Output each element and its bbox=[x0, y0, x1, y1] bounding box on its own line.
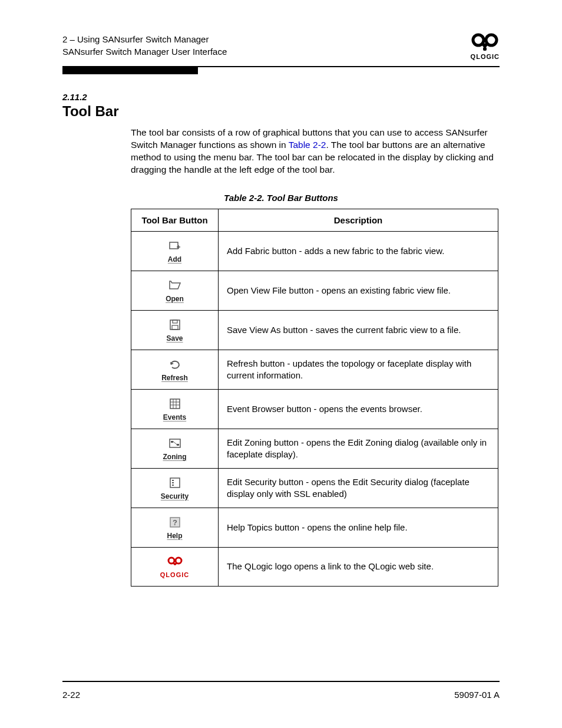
refresh-description: Refresh button - updates the topology or… bbox=[219, 350, 498, 389]
events-button-label: Events bbox=[158, 413, 191, 421]
table-caption: Table 2-2. Tool Bar Buttons bbox=[62, 193, 500, 203]
security-button-label: Security bbox=[158, 492, 191, 500]
table-row: Security Edit Security button - opens th… bbox=[131, 468, 498, 508]
add-button-label: Add bbox=[158, 255, 191, 263]
table-row: Save Save View As button - saves the cur… bbox=[131, 310, 498, 350]
security-description: Edit Security button - opens the Edit Se… bbox=[219, 468, 498, 508]
zoning-description: Edit Zoning button - opens the Edit Zoni… bbox=[219, 429, 498, 468]
table-header-button: Tool Bar Button bbox=[131, 209, 219, 231]
add-button[interactable]: Add bbox=[158, 239, 191, 263]
add-description: Add Fabric button - adds a new fabric to… bbox=[219, 231, 498, 271]
page-footer: 2-22 59097-01 A bbox=[62, 690, 500, 700]
events-description: Event Browser button - opens the events … bbox=[219, 389, 498, 429]
footer-page-number: 2-22 bbox=[62, 690, 80, 700]
open-button[interactable]: Open bbox=[158, 278, 191, 303]
table-row: Open Open View File button - opens an ex… bbox=[131, 271, 498, 310]
save-button[interactable]: Save bbox=[158, 318, 191, 342]
svg-rect-9 bbox=[171, 441, 173, 443]
qlogic-logo: QLOGIC bbox=[471, 33, 500, 60]
section-body: The tool bar consists of a row of graphi… bbox=[131, 127, 500, 176]
help-question-icon: ? bbox=[158, 515, 191, 529]
svg-rect-13 bbox=[172, 482, 174, 483]
table-header-description: Description bbox=[219, 209, 498, 231]
svg-rect-10 bbox=[177, 444, 179, 446]
zoning-icon bbox=[158, 436, 191, 450]
zoning-button-label: Zoning bbox=[158, 453, 191, 461]
refresh-button[interactable]: Refresh bbox=[158, 357, 191, 382]
header-line-2: SANsurfer Switch Manager User Interface bbox=[62, 45, 227, 58]
svg-rect-6 bbox=[172, 325, 178, 330]
svg-text:?: ? bbox=[173, 518, 177, 527]
svg-rect-3 bbox=[170, 242, 178, 249]
open-folder-icon bbox=[158, 278, 191, 292]
help-button[interactable]: ? Help bbox=[158, 515, 191, 540]
table-ref-link[interactable]: Table 2-2 bbox=[289, 140, 326, 150]
svg-rect-14 bbox=[172, 485, 174, 486]
header-line-1: 2 – Using SANsurfer Switch Manager bbox=[62, 33, 227, 45]
svg-rect-12 bbox=[172, 480, 174, 481]
zoning-button[interactable]: Zoning bbox=[158, 436, 191, 461]
toolbar-buttons-table: Tool Bar Button Description Add Add Fabr… bbox=[131, 209, 498, 587]
table-row: ? Help Help Topics button - opens the on… bbox=[131, 508, 498, 547]
save-disk-icon bbox=[158, 318, 191, 332]
footer-rule bbox=[62, 681, 500, 682]
svg-rect-11 bbox=[170, 478, 180, 487]
qlogic-logo-icon bbox=[471, 33, 498, 52]
section-title: Tool Bar bbox=[62, 103, 500, 120]
add-icon bbox=[158, 239, 191, 253]
qlogic-description: The QLogic logo opens a link to the QLog… bbox=[219, 547, 498, 586]
svg-rect-7 bbox=[170, 399, 180, 409]
qlogic-logo-label: QLOGIC bbox=[471, 53, 500, 60]
svg-point-18 bbox=[176, 558, 181, 564]
svg-point-17 bbox=[168, 558, 174, 564]
page-header: 2 – Using SANsurfer Switch Manager SANsu… bbox=[62, 33, 500, 60]
footer-doc-id: 59097-01 A bbox=[454, 690, 500, 700]
table-row: Events Event Browser button - opens the … bbox=[131, 389, 498, 429]
qlogic-link-button[interactable]: QLOGIC bbox=[158, 555, 191, 578]
refresh-icon bbox=[158, 357, 191, 371]
open-button-label: Open bbox=[158, 295, 191, 303]
table-row: Refresh Refresh button - updates the top… bbox=[131, 350, 498, 389]
security-button[interactable]: Security bbox=[158, 476, 191, 500]
refresh-button-label: Refresh bbox=[158, 374, 191, 382]
help-button-label: Help bbox=[158, 532, 191, 540]
save-description: Save View As button - saves the current … bbox=[219, 310, 498, 350]
help-description: Help Topics button - opens the online he… bbox=[219, 508, 498, 547]
table-row: Zoning Edit Zoning button - opens the Ed… bbox=[131, 429, 498, 468]
table-row: Add Add Fabric button - adds a new fabri… bbox=[131, 231, 498, 271]
svg-rect-2 bbox=[483, 47, 487, 51]
svg-rect-4 bbox=[170, 320, 180, 330]
table-row: QLOGIC The QLogic logo opens a link to t… bbox=[131, 547, 498, 586]
events-button[interactable]: Events bbox=[158, 397, 191, 421]
save-button-label: Save bbox=[158, 334, 191, 342]
open-description: Open View File button - opens an existin… bbox=[219, 271, 498, 310]
security-icon bbox=[158, 476, 191, 490]
section-number: 2.11.2 bbox=[62, 92, 500, 102]
header-rule bbox=[62, 66, 500, 67]
events-grid-icon bbox=[158, 397, 191, 411]
qlogic-small-icon bbox=[158, 555, 191, 569]
qlogic-link-label: QLOGIC bbox=[158, 571, 191, 578]
